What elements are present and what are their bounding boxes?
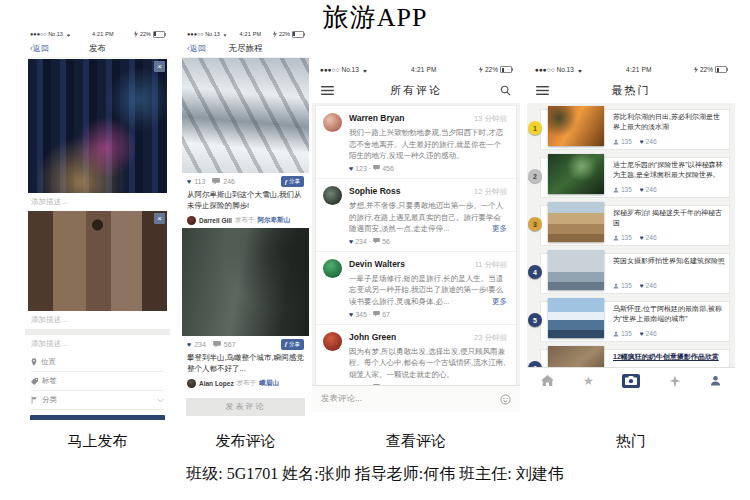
person-icon — [613, 235, 619, 241]
like-count: 246 — [646, 138, 657, 145]
camera-tab-icon[interactable] — [622, 374, 640, 388]
header-bar: 最热门 — [527, 77, 735, 103]
person-icon — [613, 187, 619, 193]
profile-tab-icon[interactable] — [710, 375, 721, 386]
description-input[interactable]: 添加描述... — [25, 311, 170, 329]
post-comment-button[interactable]: 发表评论 — [186, 398, 305, 416]
category-field[interactable]: 分类 — [31, 391, 164, 410]
description-input[interactable]: 添加描述... — [25, 335, 170, 353]
wifi-icon — [222, 32, 228, 37]
list-item[interactable]: 3 探秘罗布泊! 揭秘迷失千年的神秘古国 135 ♥ 246 — [527, 202, 735, 246]
screen-hot-list: ●●●○○ No.13 4:21 PM 22% 最热门 1 苏比利尔湖的日出,苏… — [527, 62, 735, 393]
posted-at-label: 发布于 — [237, 379, 257, 388]
comment-text: 我们一路上兴致勃勃地参观,当夕阳西下时,才恋恋不舍地离开。人生最好的旅行,就是你… — [349, 127, 507, 162]
rank-badge: 3 — [528, 217, 542, 231]
home-tab-icon[interactable] — [541, 375, 554, 386]
plane-tab-icon[interactable] — [669, 375, 681, 387]
facebook-share-button[interactable]: f 分享 — [281, 339, 304, 350]
view-count: 135 — [621, 234, 632, 241]
person-icon — [613, 331, 619, 337]
heart-icon: ♥ — [640, 330, 644, 337]
flag-icon — [31, 396, 38, 404]
clock-label: 4:21 PM — [239, 31, 261, 37]
more-link[interactable]: 更多 — [486, 223, 507, 235]
category-label: 分类 — [42, 395, 57, 405]
post-stats: ♥ 113 246 f 分享 — [182, 173, 309, 189]
item-title: 乌斯怀亚,位于阿根廷的最南部,被称为“世界上最南端的城市” — [613, 304, 726, 324]
item-stats: 135 ♥ 246 — [613, 138, 657, 145]
comment-row: Warren Bryan 13 分钟前 我们一路上兴致勃勃地参观,当夕阳西下时,… — [316, 106, 516, 179]
carrier-label: ●●●○○ No.13 — [187, 31, 220, 37]
avatar — [323, 186, 342, 205]
caption-view-comments: 查看评论 — [312, 432, 520, 451]
comment-text: 梦想,并不奢侈,只要勇敢地迈出第一步。一个人的旅行,在路上遇见最真实的自己。旅行… — [349, 200, 507, 235]
item-stats: 135 ♥ 246 — [613, 186, 657, 193]
search-icon[interactable] — [500, 85, 511, 96]
more-link[interactable]: 更多 — [486, 296, 507, 308]
back-button[interactable]: ‹返回 — [30, 40, 49, 57]
comment-count: 246 — [223, 178, 235, 185]
list-item[interactable]: 2 迪士尼乐园的“探险世界”以神秘森林为主题,是全球面积最大探险世界, 135 … — [527, 154, 735, 198]
facebook-share-button[interactable]: f 分享 — [281, 176, 304, 187]
comment-stats: ♥ 345 · 67 — [349, 311, 507, 318]
place-link[interactable]: 阿尔卑斯山 — [257, 216, 290, 225]
bluetooth-icon — [134, 31, 138, 38]
battery-icon — [153, 31, 165, 38]
thumbnail-city-skyline — [548, 250, 604, 290]
back-button[interactable]: ‹返回 — [187, 40, 206, 57]
remove-photo-button[interactable]: × — [154, 213, 165, 224]
rank-badge: 4 — [528, 265, 542, 279]
heart-icon: ♥ — [187, 178, 191, 185]
bottom-tab-bar: ★ — [527, 367, 735, 393]
place-link[interactable]: 峨眉山 — [259, 379, 279, 388]
carrier-label: ●●●○○ No.13 — [535, 66, 574, 73]
post-text: 从阿尔卑斯山到这个大雪山,我们从未停止探险的脚步! — [182, 189, 309, 213]
reply-count: 56 — [382, 238, 390, 245]
rank-badge: 5 — [528, 313, 542, 327]
tag-field[interactable]: 标签 — [31, 372, 164, 391]
reply-count: 456 — [382, 165, 394, 172]
battery-percent: 22% — [700, 66, 713, 73]
item-stats: 135 ♥ 246 — [613, 330, 657, 337]
battery-group: 22% — [479, 66, 512, 73]
carrier-signal: ●●●○○ No.13 — [30, 31, 72, 37]
post-text: 攀登到半山,鸟瞰整个城市,瞬间感觉整个人都不好了... — [182, 352, 309, 376]
publish-now-button[interactable]: 马上发布 — [30, 415, 165, 420]
item-stats: 135 ♥ 246 — [613, 234, 657, 241]
battery-icon — [292, 31, 304, 38]
commenter-name: Devin Walters — [349, 259, 405, 269]
emoji-smiley-icon[interactable] — [500, 394, 511, 405]
heart-icon: ♥ — [640, 234, 644, 241]
list-item[interactable]: 5 乌斯怀亚,位于阿根廷的最南部,被称为“世界上最南端的城市” 135 ♥ 24… — [527, 298, 735, 342]
caption-publish: 马上发布 — [25, 432, 170, 451]
location-field[interactable]: 位置 — [31, 353, 164, 372]
bluetooth-icon — [479, 66, 483, 73]
view-count: 135 — [621, 186, 632, 193]
battery-percent: 22% — [485, 66, 498, 73]
avatar — [323, 113, 342, 132]
comment-stats: ♥ 123 · 456 — [349, 165, 507, 172]
like-count: 246 — [646, 186, 657, 193]
hot-list: 1 苏比利尔湖的日出,苏必利尔湖是世界上最大的淡水湖 135 ♥ 246 2 迪… — [527, 103, 735, 368]
remove-photo-button[interactable]: × — [154, 61, 165, 72]
posted-at-label: 发布于 — [235, 216, 255, 225]
status-bar: ●●●○○ No.13 4:21 PM 22% — [527, 62, 735, 77]
chevron-down-icon — [157, 398, 164, 403]
list-item[interactable]: 1 苏比利尔湖的日出,苏必利尔湖是世界上最大的淡水湖 135 ♥ 246 — [527, 106, 735, 150]
view-count: 135 — [621, 330, 632, 337]
item-title: 探秘罗布泊! 揭秘迷失千年的神秘古国 — [613, 208, 726, 228]
description-input[interactable]: 添加描述... — [25, 193, 170, 211]
header-title: 最热门 — [527, 83, 735, 98]
comment-row: Devin Walters 11 分钟前 一辈子是场修行,短的是旅行,长的是人生… — [316, 252, 516, 325]
item-title: 12幅疯狂的奶牛创意摄影作品欣赏 — [613, 352, 726, 362]
post-author-row: Alan Lopez 发布于 峨眉山 — [182, 376, 309, 391]
comment-input-bar[interactable]: 发表评论... — [312, 385, 520, 412]
photo-city-night: × — [28, 59, 167, 193]
comment-time: 13 分钟前 — [474, 114, 507, 124]
list-item[interactable]: 4 英国女摄影师拍世界知名建筑探险照 135 ♥ 246 — [527, 250, 735, 294]
list-item[interactable]: 6 12幅疯狂的奶牛创意摄影作品欣赏 — [527, 346, 735, 368]
item-title: 英国女摄影师拍世界知名建筑探险照 — [613, 256, 726, 266]
star-tab-icon[interactable]: ★ — [583, 375, 594, 387]
view-count: 135 — [621, 282, 632, 289]
nav-bar: ‹返回 无尽旅程 — [182, 40, 309, 58]
